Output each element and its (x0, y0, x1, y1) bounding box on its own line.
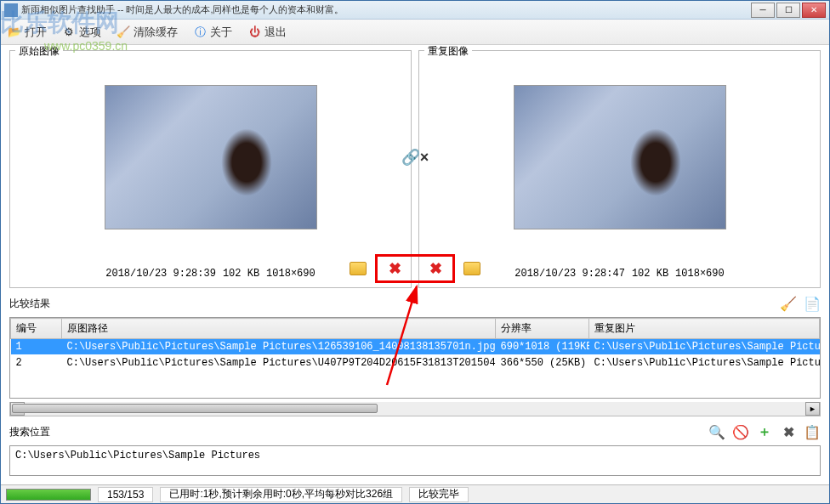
clear-cache-label: 清除缓存 (134, 25, 178, 40)
cell-dup: C:\Users\Public\Pictures\Sample Pictures… (589, 339, 820, 355)
col-duplicate[interactable]: 重复图片 (589, 319, 820, 339)
unlink-icon[interactable]: 🔗× (401, 148, 429, 167)
duplicate-datetime: 2018/10/23 9:28:47 (514, 268, 625, 280)
about-button[interactable]: ⓘ 关于 (193, 25, 232, 40)
scroll-right-arrow[interactable]: ► (805, 402, 820, 416)
remove-location-button[interactable]: ✖ (780, 423, 797, 440)
duplicate-dims: 1018×690 (675, 268, 725, 280)
clean-results-button[interactable]: 🧹 (780, 295, 797, 312)
col-original-path[interactable]: 原图路径 (62, 319, 496, 339)
cell-res: 366*550 (25KB) (496, 355, 589, 371)
original-size: 102 KB (223, 268, 259, 280)
cell-num: 2 (11, 355, 62, 371)
results-h-scrollbar[interactable]: ◄ ► (9, 402, 821, 416)
open-button[interactable]: 📂 打开 (8, 25, 47, 40)
location-list-button[interactable]: 📋 (804, 423, 821, 440)
broom-icon: 🧹 (117, 25, 130, 39)
about-label: 关于 (210, 25, 232, 40)
table-row[interactable]: 1C:\Users\Public\Pictures\Sample Picture… (11, 339, 820, 355)
search-path: C:\Users\Public\Pictures\Sample Pictures (15, 450, 260, 462)
titlebar: 新雨相似图片查找助手 -- 时间是人最大的成本,同样也是每个人的资本和财富。 ─… (1, 1, 829, 20)
duplicate-panel-title: 重复图像 (424, 45, 472, 59)
export-results-button[interactable]: 📄 (804, 295, 821, 312)
exit-label: 退出 (264, 25, 287, 40)
toolbar: 📂 打开 ⚙ 选项 🧹 清除缓存 ⓘ 关于 ⏻ 退出 (1, 20, 829, 45)
cell-path: C:\Users\Public\Pictures\Sample Pictures… (62, 355, 496, 371)
stop-button[interactable]: 🚫 (732, 423, 749, 440)
original-panel-title: 原始图像 (15, 45, 63, 59)
gear-icon: ⚙ (62, 25, 76, 39)
original-datetime: 2018/10/23 9:28:39 (105, 268, 216, 280)
open-right-folder-button[interactable] (463, 262, 480, 275)
status-count: 153/153 (98, 487, 153, 502)
exit-button[interactable]: ⏻ 退出 (247, 25, 287, 40)
scroll-thumb[interactable] (12, 404, 378, 413)
table-row[interactable]: 2C:\Users\Public\Pictures\Sample Picture… (11, 355, 820, 371)
cell-path: C:\Users\Public\Pictures\Sample Pictures… (62, 339, 496, 355)
clear-cache-button[interactable]: 🧹 清除缓存 (117, 25, 178, 40)
original-dims: 1018×690 (266, 268, 316, 280)
cell-res: 690*1018 (119KB) (496, 339, 589, 355)
statusbar: 153/153 已用时:1秒,预计剩余用时:0秒,平均每秒对比326组 比较完毕 (1, 484, 829, 503)
info-icon: ⓘ (193, 25, 207, 39)
options-label: 选项 (79, 25, 101, 40)
center-actions: ✖ ✖ (350, 254, 480, 283)
status-state: 比较完毕 (409, 487, 469, 502)
minimize-button[interactable]: ─ (751, 3, 775, 18)
close-button[interactable]: ✕ (802, 3, 826, 18)
duplicate-image[interactable] (514, 85, 726, 229)
add-location-button[interactable]: ＋ (756, 423, 773, 440)
search-button[interactable]: 🔍 (708, 423, 725, 440)
open-left-folder-button[interactable] (350, 262, 367, 275)
delete-highlight-box: ✖ ✖ (375, 254, 455, 283)
duplicate-meta: 2018/10/23 9:28:47 102 KB 1018×690 (421, 262, 818, 286)
folder-open-icon: 📂 (8, 25, 21, 39)
cell-dup: C:\Users\Public\Pictures\Sample Pictures… (589, 355, 820, 371)
open-label: 打开 (25, 25, 47, 40)
duplicate-size: 102 KB (632, 268, 668, 280)
search-location-label: 搜索位置 (9, 425, 50, 439)
search-location-box[interactable]: C:\Users\Public\Pictures\Sample Pictures (9, 445, 821, 476)
col-resolution[interactable]: 分辨率 (496, 319, 589, 339)
options-button[interactable]: ⚙ 选项 (62, 25, 101, 40)
window-title: 新雨相似图片查找助手 -- 时间是人最大的成本,同样也是每个人的资本和财富。 (21, 3, 751, 16)
exit-icon: ⏻ (247, 25, 261, 39)
status-timing: 已用时:1秒,预计剩余用时:0秒,平均每秒对比326组 (160, 487, 402, 502)
results-label: 比较结果 (9, 297, 50, 311)
progress-bar (6, 489, 91, 501)
maximize-button[interactable]: ☐ (776, 3, 800, 18)
delete-right-button[interactable]: ✖ (427, 260, 444, 277)
delete-left-button[interactable]: ✖ (386, 260, 403, 277)
original-image-panel: 原始图像 2018/10/23 9:28:39 102 KB 1018×690 (9, 50, 412, 288)
col-number[interactable]: 编号 (11, 319, 62, 339)
results-table[interactable]: 编号 原图路径 分辨率 重复图片 1C:\Users\Public\Pictur… (9, 317, 821, 399)
original-image[interactable] (105, 85, 317, 229)
cell-num: 1 (11, 339, 62, 355)
duplicate-image-panel: 重复图像 2018/10/23 9:28:47 102 KB 1018×690 (418, 50, 821, 288)
app-icon (4, 3, 18, 17)
